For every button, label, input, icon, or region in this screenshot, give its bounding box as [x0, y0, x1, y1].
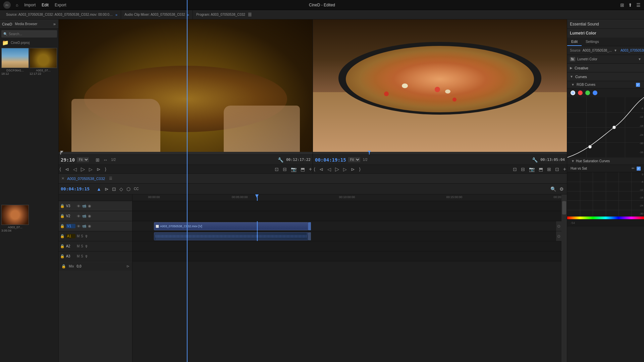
program-markers-btn[interactable]: ⊞: [546, 167, 552, 172]
track-lock-a1[interactable]: 🔒: [60, 234, 65, 238]
program-add-btn[interactable]: +: [562, 166, 567, 172]
track-lock-v2[interactable]: 🔒: [60, 214, 65, 218]
program-prev-frame-btn[interactable]: ◁: [327, 167, 332, 172]
color-dot-green[interactable]: [585, 90, 590, 95]
track-lock-v3[interactable]: 🔒: [60, 204, 65, 208]
media-item-2[interactable]: A003_07... 12:17:22: [30, 48, 57, 204]
track-mute-a2[interactable]: M: [77, 244, 79, 248]
tab-media-browser[interactable]: Media Browser: [15, 22, 38, 26]
source-play-btn[interactable]: ▷: [80, 166, 86, 172]
captions-btn[interactable]: CC: [133, 187, 140, 191]
source-extract-btn[interactable]: ⬒: [300, 167, 306, 172]
source-overwrite-btn[interactable]: ⊟: [282, 167, 287, 172]
hue-sat-graph[interactable]: 0 -6 -12 -18 -24 -30: [567, 172, 644, 219]
program-scrub-bar[interactable]: [313, 152, 567, 155]
track-eye-v2[interactable]: ◉: [88, 214, 91, 218]
hue-sat-curves-header[interactable]: ▼ Hue Saturation Curves: [567, 158, 644, 165]
hue-vs-sat-checkbox[interactable]: ✓: [637, 167, 641, 171]
window-mode-icon[interactable]: ⊞: [620, 2, 624, 8]
curve-graph[interactable]: 0 -6 -12 -18 -24 -30 -36: [567, 97, 644, 158]
program-camera-btn[interactable]: 📷: [528, 167, 535, 172]
track-eye-v1[interactable]: ◉: [88, 224, 91, 228]
creative-section-row[interactable]: ▶ Creative: [567, 64, 644, 72]
media-item-1[interactable]: DSCF0641... 18:12: [1, 48, 29, 204]
track-camera-v1[interactable]: 📹: [82, 224, 87, 228]
tab-cined[interactable]: CineD: [2, 22, 12, 26]
source-prev-frame-btn[interactable]: ◁: [72, 167, 77, 172]
track-camera-v2[interactable]: 📹: [82, 214, 87, 218]
source-wrench-btn[interactable]: 🔧: [277, 157, 284, 163]
color-dot-blue[interactable]: [593, 90, 597, 95]
source-fit-select[interactable]: Fit: [77, 157, 89, 162]
track-mute-a1[interactable]: M: [77, 234, 79, 238]
audio-end-handle[interactable]: [308, 232, 311, 240]
ripple-edit[interactable]: ⊡: [111, 186, 117, 192]
audio-clip[interactable]: [154, 232, 308, 240]
source-scrub-bar[interactable]: [59, 152, 313, 155]
new-bin-btn[interactable]: 📁: [1, 40, 9, 46]
track-visibility-v2[interactable]: 👁: [77, 214, 80, 218]
a1-track-add-right[interactable]: ⊙: [556, 231, 561, 241]
share-icon[interactable]: ⬆: [628, 2, 632, 8]
source-step-fwd-btn[interactable]: ⊳: [96, 167, 101, 172]
timeline-menu-btn[interactable]: ☰: [109, 176, 112, 181]
color-dot-white[interactable]: [571, 90, 575, 95]
color-dot-red[interactable]: [578, 90, 583, 95]
track-solo-a3[interactable]: S: [81, 254, 83, 258]
source-insert-btn[interactable]: ⊡: [274, 167, 279, 172]
menu-import[interactable]: Import: [24, 3, 36, 7]
menu-export[interactable]: Export: [55, 3, 66, 7]
track-camera-v3[interactable]: 📹: [82, 204, 87, 208]
track-mute-a3[interactable]: M: [77, 254, 79, 258]
track-mic-a3[interactable]: 🎙: [85, 254, 88, 258]
timeline-scrollbar[interactable]: [561, 194, 567, 362]
source-add-btn[interactable]: +: [308, 166, 313, 172]
slip-tool[interactable]: ⬡: [125, 186, 131, 192]
track-lock-v1[interactable]: 🔒: [60, 224, 65, 228]
zoom-in[interactable]: 🔍: [549, 186, 557, 192]
program-mark-btn[interactable]: ⟨: [313, 167, 316, 172]
source-step-back-btn[interactable]: ⊲: [64, 167, 70, 172]
track-add-right[interactable]: ⊙: [556, 221, 561, 231]
timeline-scroll-thumb[interactable]: [562, 201, 566, 215]
source-realsize-btn[interactable]: ↔: [102, 157, 108, 163]
track-solo-a2[interactable]: S: [81, 244, 83, 248]
razor-tool[interactable]: ◇: [118, 186, 124, 192]
panel-icon-btn[interactable]: »: [53, 21, 56, 26]
program-step-fwd-btn[interactable]: ⊳: [350, 167, 356, 172]
source-mark-out-btn[interactable]: ⟩: [104, 167, 107, 172]
source-next-frame-btn[interactable]: ▷: [88, 167, 93, 172]
program-mark-out-btn[interactable]: ⟩: [358, 167, 361, 172]
rgb-curves-checkbox[interactable]: ✓: [636, 83, 640, 87]
fx-dropdown[interactable]: ▼: [638, 57, 641, 61]
source-inout-btn[interactable]: ⊞: [95, 157, 100, 163]
menu-icon[interactable]: ☰: [636, 2, 641, 8]
tab-settings[interactable]: Settings: [582, 38, 603, 46]
program-lift-btn[interactable]: ⊡: [512, 167, 518, 172]
program-step-back-btn[interactable]: ⊲: [319, 167, 324, 172]
source-expand-btn[interactable]: »: [115, 13, 117, 17]
track-visibility-v3[interactable]: 👁: [77, 204, 80, 208]
track-visibility-v1[interactable]: 👁: [77, 224, 80, 228]
program-next-frame-btn[interactable]: ▷: [342, 167, 347, 172]
selection-tool[interactable]: ▲: [96, 186, 102, 192]
program-extract-btn[interactable]: ⊟: [520, 167, 526, 172]
source-dropdown[interactable]: ▼: [614, 49, 617, 52]
program-menu-btn[interactable]: ☰: [247, 12, 253, 17]
media-item-3[interactable]: A003_07... 3:05:04: [1, 205, 29, 361]
search-input[interactable]: [9, 32, 55, 36]
source-camera-btn[interactable]: 📷: [290, 167, 297, 172]
tab-edit[interactable]: Edit: [567, 38, 582, 46]
curves-section-row[interactable]: ▼ Curves: [567, 72, 644, 81]
program-settings-btn[interactable]: ⊡: [554, 167, 560, 172]
track-mic-a2[interactable]: 🎙: [85, 244, 88, 248]
track-mic-a1[interactable]: 🎙: [85, 234, 88, 238]
program-trim-btn[interactable]: ⬒: [538, 167, 544, 172]
track-eye-v3[interactable]: ◉: [88, 204, 91, 208]
hue-vs-sat-edit-btn[interactable]: ✏: [632, 166, 635, 171]
mix-next-btn[interactable]: ⊳: [126, 264, 129, 268]
program-fit-select[interactable]: Fit: [348, 157, 360, 162]
source-mark-in-btn[interactable]: ⟨: [59, 167, 62, 172]
menu-home[interactable]: ⌂: [16, 3, 18, 7]
timeline-close-btn[interactable]: ✕: [61, 176, 64, 181]
